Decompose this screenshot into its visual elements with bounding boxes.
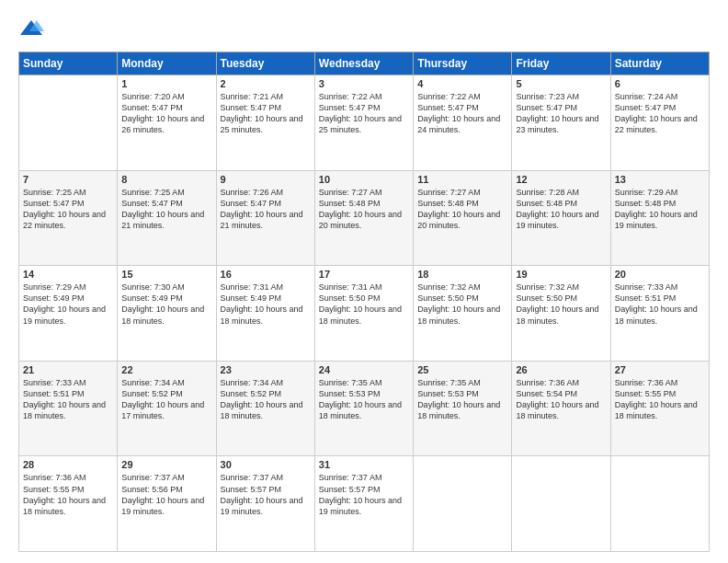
day-number: 17 — [319, 269, 409, 280]
day-cell: 25Sunrise: 7:35 AMSunset: 5:53 PMDayligh… — [414, 361, 512, 456]
day-cell: 4Sunrise: 7:22 AMSunset: 5:47 PMDaylight… — [414, 75, 512, 171]
day-cell — [610, 456, 709, 552]
day-info: Sunrise: 7:36 AMSunset: 5:54 PMDaylight:… — [516, 377, 606, 422]
day-cell: 16Sunrise: 7:31 AMSunset: 5:49 PMDayligh… — [216, 266, 314, 362]
day-info: Sunrise: 7:32 AMSunset: 5:50 PMDaylight:… — [516, 282, 606, 327]
day-number: 19 — [516, 269, 606, 280]
day-number: 20 — [615, 269, 705, 280]
day-cell: 20Sunrise: 7:33 AMSunset: 5:51 PMDayligh… — [610, 266, 709, 362]
day-number: 14 — [23, 269, 113, 280]
weekday-thursday: Thursday — [414, 52, 512, 75]
day-info: Sunrise: 7:31 AMSunset: 5:49 PMDaylight:… — [221, 282, 311, 327]
day-number: 7 — [23, 174, 113, 185]
day-cell: 1Sunrise: 7:20 AMSunset: 5:47 PMDaylight… — [118, 75, 216, 171]
day-number: 29 — [121, 459, 211, 470]
day-info: Sunrise: 7:27 AMSunset: 5:48 PMDaylight:… — [319, 187, 409, 232]
day-cell: 31Sunrise: 7:37 AMSunset: 5:57 PMDayligh… — [314, 456, 413, 552]
day-info: Sunrise: 7:22 AMSunset: 5:47 PMDaylight:… — [417, 91, 507, 136]
day-cell: 14Sunrise: 7:29 AMSunset: 5:49 PMDayligh… — [19, 266, 118, 362]
day-info: Sunrise: 7:31 AMSunset: 5:50 PMDaylight:… — [319, 282, 409, 327]
day-info: Sunrise: 7:33 AMSunset: 5:51 PMDaylight:… — [23, 377, 113, 422]
day-number: 25 — [417, 364, 507, 375]
day-info: Sunrise: 7:35 AMSunset: 5:53 PMDaylight:… — [319, 377, 409, 422]
day-info: Sunrise: 7:20 AMSunset: 5:47 PMDaylight:… — [121, 91, 211, 136]
day-cell: 30Sunrise: 7:37 AMSunset: 5:57 PMDayligh… — [216, 456, 314, 552]
day-cell: 10Sunrise: 7:27 AMSunset: 5:48 PMDayligh… — [314, 170, 413, 266]
day-number: 5 — [516, 78, 606, 89]
day-number: 2 — [221, 78, 311, 89]
weekday-wednesday: Wednesday — [314, 52, 413, 75]
day-info: Sunrise: 7:34 AMSunset: 5:52 PMDaylight:… — [121, 377, 211, 422]
day-info: Sunrise: 7:36 AMSunset: 5:55 PMDaylight:… — [23, 472, 113, 517]
day-cell: 3Sunrise: 7:22 AMSunset: 5:47 PMDaylight… — [314, 75, 413, 171]
day-cell: 9Sunrise: 7:26 AMSunset: 5:47 PMDaylight… — [216, 170, 314, 266]
day-number: 4 — [417, 78, 507, 89]
day-number: 28 — [23, 459, 113, 470]
day-info: Sunrise: 7:36 AMSunset: 5:55 PMDaylight:… — [615, 377, 705, 422]
day-info: Sunrise: 7:26 AMSunset: 5:47 PMDaylight:… — [221, 187, 311, 232]
day-number: 9 — [221, 174, 311, 185]
day-number: 23 — [221, 364, 311, 375]
day-cell: 28Sunrise: 7:36 AMSunset: 5:55 PMDayligh… — [19, 456, 118, 552]
day-number: 8 — [121, 174, 211, 185]
day-number: 22 — [121, 364, 211, 375]
day-cell: 21Sunrise: 7:33 AMSunset: 5:51 PMDayligh… — [19, 361, 118, 456]
day-info: Sunrise: 7:23 AMSunset: 5:47 PMDaylight:… — [516, 91, 606, 136]
day-number: 18 — [417, 269, 507, 280]
day-info: Sunrise: 7:27 AMSunset: 5:48 PMDaylight:… — [417, 187, 507, 232]
day-info: Sunrise: 7:33 AMSunset: 5:51 PMDaylight:… — [615, 282, 705, 327]
week-row-4: 21Sunrise: 7:33 AMSunset: 5:51 PMDayligh… — [19, 361, 710, 456]
week-row-1: 1Sunrise: 7:20 AMSunset: 5:47 PMDaylight… — [19, 75, 710, 171]
day-cell: 17Sunrise: 7:31 AMSunset: 5:50 PMDayligh… — [314, 266, 413, 362]
calendar-page: SundayMondayTuesdayWednesdayThursdayFrid… — [0, 0, 728, 563]
day-number: 6 — [615, 78, 705, 89]
day-number: 1 — [121, 78, 211, 89]
weekday-header-row: SundayMondayTuesdayWednesdayThursdayFrid… — [19, 52, 710, 75]
day-cell — [19, 75, 118, 171]
day-cell: 22Sunrise: 7:34 AMSunset: 5:52 PMDayligh… — [118, 361, 216, 456]
day-number: 12 — [516, 174, 606, 185]
weekday-friday: Friday — [512, 52, 610, 75]
day-cell: 13Sunrise: 7:29 AMSunset: 5:48 PMDayligh… — [610, 170, 709, 266]
week-row-3: 14Sunrise: 7:29 AMSunset: 5:49 PMDayligh… — [19, 266, 710, 362]
weekday-tuesday: Tuesday — [216, 52, 314, 75]
day-number: 21 — [23, 364, 113, 375]
day-number: 15 — [121, 269, 211, 280]
day-number: 26 — [516, 364, 606, 375]
day-cell: 7Sunrise: 7:25 AMSunset: 5:47 PMDaylight… — [19, 170, 118, 266]
day-number: 10 — [319, 174, 409, 185]
day-info: Sunrise: 7:25 AMSunset: 5:47 PMDaylight:… — [121, 187, 211, 232]
day-info: Sunrise: 7:35 AMSunset: 5:53 PMDaylight:… — [417, 377, 507, 422]
day-number: 30 — [221, 459, 311, 470]
day-cell: 23Sunrise: 7:34 AMSunset: 5:52 PMDayligh… — [216, 361, 314, 456]
weekday-sunday: Sunday — [19, 52, 118, 75]
day-info: Sunrise: 7:22 AMSunset: 5:47 PMDaylight:… — [319, 91, 409, 136]
day-number: 13 — [615, 174, 705, 185]
day-cell: 15Sunrise: 7:30 AMSunset: 5:49 PMDayligh… — [118, 266, 216, 362]
day-cell: 27Sunrise: 7:36 AMSunset: 5:55 PMDayligh… — [610, 361, 709, 456]
day-number: 27 — [615, 364, 705, 375]
week-row-5: 28Sunrise: 7:36 AMSunset: 5:55 PMDayligh… — [19, 456, 710, 552]
day-info: Sunrise: 7:29 AMSunset: 5:48 PMDaylight:… — [615, 187, 705, 232]
logo — [18, 17, 48, 42]
logo-icon — [18, 17, 44, 42]
day-cell: 5Sunrise: 7:23 AMSunset: 5:47 PMDaylight… — [512, 75, 610, 171]
day-info: Sunrise: 7:29 AMSunset: 5:49 PMDaylight:… — [23, 282, 113, 327]
day-number: 31 — [319, 459, 409, 470]
day-cell — [414, 456, 512, 552]
day-info: Sunrise: 7:37 AMSunset: 5:56 PMDaylight:… — [121, 472, 211, 517]
day-info: Sunrise: 7:37 AMSunset: 5:57 PMDaylight:… — [221, 472, 311, 517]
day-cell — [512, 456, 610, 552]
day-number: 11 — [417, 174, 507, 185]
day-number: 16 — [221, 269, 311, 280]
day-cell: 8Sunrise: 7:25 AMSunset: 5:47 PMDaylight… — [118, 170, 216, 266]
day-info: Sunrise: 7:25 AMSunset: 5:47 PMDaylight:… — [23, 187, 113, 232]
day-info: Sunrise: 7:34 AMSunset: 5:52 PMDaylight:… — [221, 377, 311, 422]
day-cell: 26Sunrise: 7:36 AMSunset: 5:54 PMDayligh… — [512, 361, 610, 456]
day-info: Sunrise: 7:24 AMSunset: 5:47 PMDaylight:… — [615, 91, 705, 136]
day-number: 3 — [319, 78, 409, 89]
day-cell: 19Sunrise: 7:32 AMSunset: 5:50 PMDayligh… — [512, 266, 610, 362]
week-row-2: 7Sunrise: 7:25 AMSunset: 5:47 PMDaylight… — [19, 170, 710, 266]
day-cell: 6Sunrise: 7:24 AMSunset: 5:47 PMDaylight… — [610, 75, 709, 171]
day-info: Sunrise: 7:37 AMSunset: 5:57 PMDaylight:… — [319, 472, 409, 517]
